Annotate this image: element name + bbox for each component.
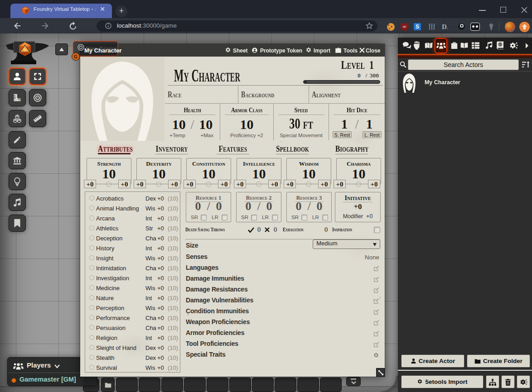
svg-text:uo: uo [403, 25, 406, 28]
